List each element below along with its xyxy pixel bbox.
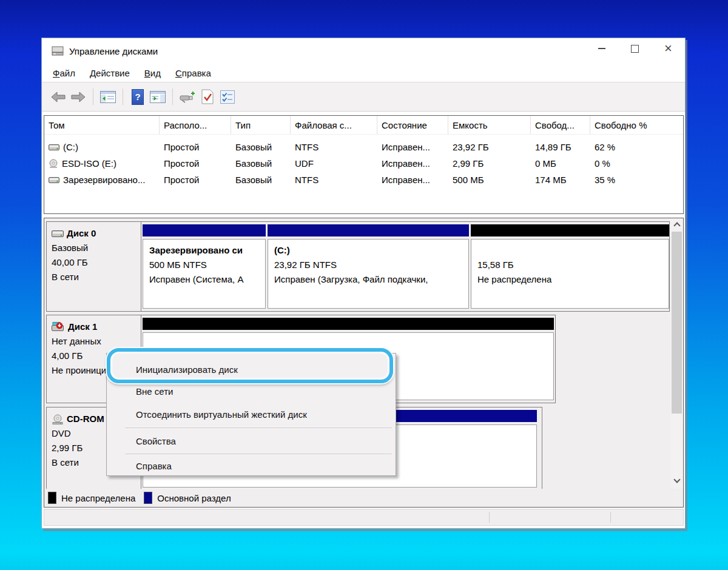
column-header-status[interactable]: Состояние	[377, 116, 448, 134]
volume-name: ESD-ISO (E:)	[62, 158, 116, 169]
cell: 14,89 ГБ	[531, 139, 590, 155]
disk0-size: 40,00 ГБ	[52, 255, 136, 270]
check-page-icon	[201, 89, 214, 104]
disk0-name: Диск 0	[67, 226, 96, 241]
device-add-icon	[180, 91, 195, 103]
column-header-volume[interactable]: Том	[44, 116, 160, 134]
table-row[interactable]: Зарезервировано... Простой Базовый NTFS …	[44, 172, 683, 188]
statusbar-divider	[489, 512, 490, 523]
disk1-type: Нет данных	[52, 334, 136, 349]
column-header-free[interactable]: Свобод...	[531, 116, 590, 134]
forward-icon	[71, 92, 86, 102]
partition-size: 500 МБ NTFS	[149, 258, 259, 272]
partition-color-bar	[143, 318, 554, 330]
partition-color-bar	[471, 224, 669, 236]
partition-legend: Не распределена Основной раздел	[44, 489, 683, 507]
unallocated-swatch	[48, 492, 56, 504]
menu-item-detach-vhd[interactable]: Отсоединить виртуальный жесткий диск	[107, 406, 395, 424]
toolbar-separator	[123, 89, 123, 105]
scroll-up-button[interactable]	[670, 218, 683, 230]
column-header-filesystem[interactable]: Файловая с...	[291, 116, 377, 134]
table-row[interactable]: ESD-ISO (E:) Простой Базовый UDF Исправе…	[44, 155, 683, 172]
menu-separator	[125, 428, 392, 428]
cd-icon	[49, 159, 58, 169]
desktop-background: Управление дисками × Файл Действие Вид С…	[0, 0, 728, 570]
table-row[interactable]: (C:) Простой Базовый NTFS Исправен... 23…	[44, 139, 683, 155]
status-bar	[44, 509, 684, 526]
tasks-button[interactable]	[218, 88, 237, 106]
window-title: Управление дисками	[69, 46, 158, 56]
menu-view[interactable]: Вид	[137, 65, 168, 81]
cell: 62 %	[590, 139, 684, 155]
menu-file[interactable]: Файл	[46, 65, 83, 81]
cd-drive-icon	[52, 414, 64, 424]
maximize-button[interactable]	[618, 38, 652, 59]
device-add-button[interactable]	[178, 88, 197, 106]
partition-status: Исправен (Загрузка, Файл подкачки,	[274, 272, 462, 287]
show-console-tree-button[interactable]	[99, 88, 117, 106]
help-button[interactable]: ?	[129, 88, 147, 106]
cell: 174 МБ	[531, 172, 590, 188]
menu-item-offline[interactable]: Вне сети	[107, 383, 395, 401]
menu-item-properties[interactable]: Свойства	[107, 432, 395, 451]
menu-help[interactable]: Справка	[168, 65, 218, 81]
cell: Базовый	[231, 172, 291, 188]
menu-action[interactable]: Действие	[83, 65, 137, 81]
tasks-icon	[220, 90, 235, 104]
forward-button[interactable]	[69, 88, 87, 106]
chevron-up-icon	[673, 222, 680, 229]
vertical-scrollbar[interactable]	[670, 218, 683, 490]
partition-color-bar	[143, 224, 266, 236]
menu-item-help[interactable]: Справка	[107, 457, 395, 475]
minimize-icon	[598, 48, 605, 49]
cell: 23,92 ГБ	[448, 139, 531, 155]
column-header-free-percent[interactable]: Свободно %	[590, 116, 684, 134]
volume-name: Зарезервировано...	[63, 175, 145, 185]
toolbar-separator	[172, 89, 173, 105]
minimize-button[interactable]	[585, 38, 618, 59]
cell: Простой	[160, 172, 231, 188]
partition-c-drive[interactable]: (C:) 23,92 ГБ NTFS Исправен (Загрузка, Ф…	[268, 224, 469, 309]
app-icon	[52, 46, 64, 56]
scroll-down-button[interactable]	[670, 474, 683, 486]
disk0-status: В сети	[52, 270, 136, 284]
legend-primary-label: Основной раздел	[157, 493, 231, 503]
legend-unallocated-label: Не распределена	[61, 493, 135, 503]
cell: Исправен...	[377, 155, 448, 172]
close-icon: ×	[664, 42, 672, 55]
cell: NTFS	[291, 172, 377, 188]
highlight-callout	[107, 348, 393, 383]
check-page-button[interactable]	[198, 88, 217, 106]
volume-icon	[49, 176, 59, 184]
scrollbar-thumb[interactable]	[672, 232, 682, 414]
show-action-pane-button[interactable]	[149, 88, 167, 106]
cell: Исправен...	[377, 139, 448, 155]
cdrom-name: CD-ROM 0	[67, 412, 112, 426]
partition-status: Исправен (Система, А	[149, 272, 259, 287]
volume-name-cell: ESD-ISO (E:)	[44, 155, 160, 172]
volume-name-cell: Зарезервировано...	[44, 172, 160, 188]
column-header-capacity[interactable]: Емкость	[448, 116, 531, 134]
disk1-name: Диск 1	[68, 320, 97, 334]
back-button[interactable]	[49, 88, 67, 106]
volume-name-cell: (C:)	[44, 139, 160, 155]
partition-unallocated[interactable]: 15,58 ГБ Не распределена	[471, 224, 669, 309]
column-header-type[interactable]: Тип	[231, 116, 291, 134]
column-header-layout[interactable]: Располо...	[160, 116, 231, 134]
cell: Базовый	[231, 139, 291, 155]
cell: UDF	[291, 155, 377, 172]
partition-system-reserved[interactable]: Зарезервировано си 500 МБ NTFS Исправен …	[143, 224, 266, 309]
disk0-label[interactable]: Диск 0 Базовый 40,00 ГБ В сети	[47, 222, 141, 311]
cell: 0 МБ	[531, 155, 590, 172]
header-divider	[44, 134, 683, 135]
back-icon	[51, 92, 66, 102]
cell: 2,99 ГБ	[448, 155, 531, 172]
primary-partition-swatch	[144, 492, 152, 504]
action-pane-icon	[150, 91, 166, 103]
partition-size: 23,92 ГБ NTFS	[274, 258, 462, 272]
cell: 500 МБ	[448, 172, 531, 188]
close-button[interactable]: ×	[652, 38, 685, 59]
disk-icon	[52, 230, 64, 238]
toolbar-separator	[93, 89, 93, 105]
partition-title: Зарезервировано си	[149, 243, 259, 258]
